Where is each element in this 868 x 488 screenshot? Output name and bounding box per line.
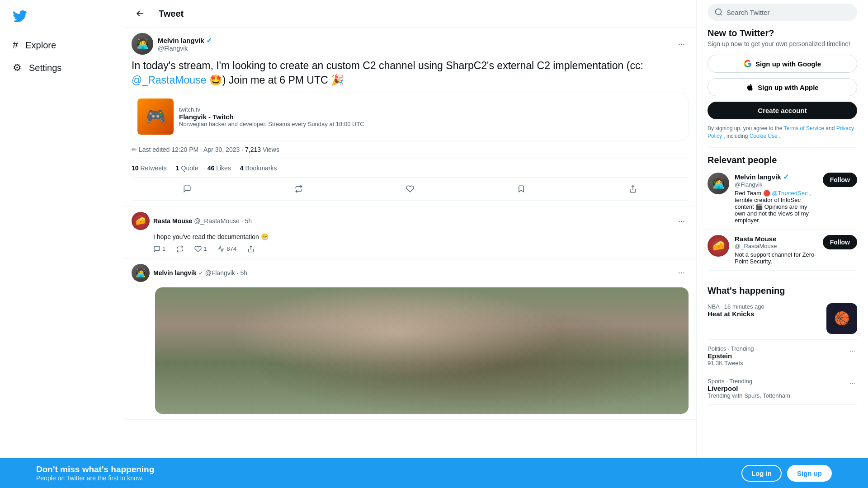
left-sidebar: # Explore ⚙ Settings (0, 0, 124, 488)
tweet-meta: ✏ Last edited 12:20 PM · Apr 30, 2023 · … (132, 146, 689, 153)
reply-more-1[interactable]: ··· (675, 215, 689, 228)
main-tweet: 🧑‍💻 Melvin langvik ✓ @Flangvik ··· In to… (124, 28, 696, 206)
person-avatar-melvin: 🧑‍💻 (708, 173, 729, 194)
right-sidebar: New to Twitter? Sign up now to get your … (696, 0, 868, 488)
banner-text: Don't miss what's happening People on Tw… (36, 465, 154, 482)
terms-text: By signing up, you agree to the Terms of… (708, 125, 857, 140)
follow-rasta-button[interactable]: Follow (823, 235, 857, 249)
person-bio-melvin: Red Team 🔴 @TrustedSec , terrible creato… (735, 190, 817, 224)
link-card-title: Flangvik - Twitch (179, 113, 683, 121)
trend-nba-image: 🏀 (826, 303, 857, 334)
comment-button[interactable] (179, 181, 195, 197)
bookmarks-stat: 4 Bookmarks (240, 164, 277, 172)
trend-liverpool-with: Trending with Spurs, Tottenham (708, 392, 790, 399)
signup-button[interactable]: Sign up (787, 465, 832, 482)
person-bio-rasta: Not a support channel for Zero-Point Sec… (735, 251, 817, 265)
settings-icon: ⚙ (13, 62, 22, 74)
reply-more-2[interactable]: ··· (675, 266, 689, 279)
link-card[interactable]: 🎮 twitch.tv Flangvik - Twitch Norwegian … (132, 93, 689, 141)
trend-liverpool-row: Sports · Trending Liverpool Trending wit… (708, 378, 857, 399)
reply-author-2: 🧑‍💻 Melvin langvik ✓ @Flangvik · 5h (132, 264, 247, 282)
login-button[interactable]: Log in (741, 465, 782, 482)
trend-liverpool-info: Sports · Trending Liverpool Trending wit… (708, 378, 790, 399)
retweets-stat: 10 Retweets (132, 164, 167, 172)
main-content: Tweet 🧑‍💻 Melvin langvik ✓ @Flangvik (124, 0, 696, 488)
search-bar[interactable] (708, 4, 857, 21)
banner-subtitle: People on Twitter are the first to know. (36, 474, 154, 482)
author-handle: @Flangvik (158, 45, 212, 52)
follow-melvin-button[interactable]: Follow (823, 173, 857, 187)
trend-spurs-link[interactable]: Spurs (744, 392, 760, 399)
reply-comment-1[interactable]: 1 (153, 245, 165, 253)
reply-like-1[interactable]: 1 (194, 245, 207, 253)
reply-author-1: 🧀 Rasta Mouse @_RastaMouse · 5h (132, 212, 252, 230)
likes-stat: 46 Likes (208, 164, 231, 172)
back-button[interactable] (132, 5, 148, 22)
link-card-image: 🎮 (137, 99, 174, 135)
sidebar-item-settings[interactable]: ⚙ Settings (5, 56, 69, 79)
trend-nba-name: Heat at Knicks (708, 310, 764, 318)
trend-epstein-count: 91.3K Tweets (708, 360, 754, 366)
link-card-site: twitch.tv (179, 106, 683, 113)
trend-liverpool-category: Sports · Trending (708, 378, 790, 385)
more-options-button[interactable]: ··· (675, 38, 689, 51)
search-input[interactable] (726, 9, 850, 16)
person-name-rasta: Rasta Mouse (735, 235, 817, 243)
new-to-twitter-title: New to Twitter? (708, 28, 857, 38)
tweet-stats: 10 Retweets 1 Quote 46 Likes 4 Bookmarks (132, 159, 689, 178)
cookie-link[interactable]: Cookie Use (750, 133, 778, 139)
reply-handle-2: @Flangvik (205, 269, 235, 277)
relevant-person-melvin: 🧑‍💻 Melvin langvik ✓ @Flangvik Red Team … (708, 167, 857, 230)
trend-liverpool: Sports · Trending Liverpool Trending wit… (708, 372, 857, 405)
author-name: Melvin langvik ✓ (158, 36, 212, 45)
reply-views-1[interactable]: 874 (217, 245, 236, 253)
whats-happening-section: What's happening NBA · 16 minutes ago He… (708, 286, 857, 405)
trusted-sec-link[interactable]: @TrustedSec (772, 190, 807, 197)
author-info: 🧑‍💻 Melvin langvik ✓ @Flangvik (132, 33, 212, 55)
trend-epstein-info: Politics · Trending Epstein 91.3K Tweets (708, 345, 754, 366)
create-account-button[interactable]: Create account (708, 102, 857, 119)
link-card-desc: Norwegian hacker and developer. Streams … (179, 121, 683, 127)
reply-avatar-1: 🧀 (132, 212, 150, 230)
trend-liverpool-name: Liverpool (708, 385, 790, 392)
like-button[interactable] (402, 181, 418, 197)
banner-actions: Log in Sign up (741, 465, 832, 482)
trend-epstein-category: Politics · Trending (708, 345, 754, 352)
trend-epstein: Politics · Trending Epstein 91.3K Tweets… (708, 340, 857, 372)
person-handle-rasta: @_RastaMouse (735, 243, 817, 249)
reply-item-1: 🧀 Rasta Mouse @_RastaMouse · 5h ··· I ho… (124, 206, 696, 258)
trend-epstein-more[interactable]: ··· (848, 345, 857, 357)
verified-icon: ✓ (206, 36, 212, 45)
trend-liverpool-more[interactable]: ··· (848, 378, 857, 389)
trend-nba-info: NBA · 16 minutes ago Heat at Knicks (708, 303, 764, 318)
trend-nba-category: NBA · 16 minutes ago (708, 303, 764, 310)
tweet-actions (132, 178, 689, 201)
tweet-page-header: Tweet (124, 0, 696, 28)
reply-share-1[interactable] (247, 245, 255, 253)
reply-item-2: 🧑‍💻 Melvin langvik ✓ @Flangvik · 5h ··· (124, 258, 696, 420)
person-info-melvin: Melvin langvik ✓ @Flangvik Red Team 🔴 @T… (735, 173, 817, 224)
divider-1 (708, 147, 857, 148)
terms-link[interactable]: Terms of Service (784, 125, 824, 131)
reply-handle-1: @_RastaMouse (194, 217, 240, 225)
relevant-people-section: Relevant people 🧑‍💻 Melvin langvik ✓ @Fl… (708, 155, 857, 271)
signup-apple-button[interactable]: Sign up with Apple (708, 78, 857, 96)
bookmark-button[interactable] (514, 181, 529, 197)
reply-name-1: Rasta Mouse (153, 217, 192, 225)
person-info-rasta: Rasta Mouse @_RastaMouse Not a support c… (735, 235, 817, 265)
trend-tottenham-link[interactable]: Tottenham (763, 392, 790, 399)
share-button[interactable] (625, 181, 641, 197)
tweet-page-title: Tweet (159, 9, 184, 19)
sidebar-item-explore[interactable]: # Explore (5, 34, 63, 56)
reply-author-info-2: Melvin langvik ✓ @Flangvik · 5h (153, 269, 247, 277)
author-name-block: Melvin langvik ✓ @Flangvik (158, 36, 212, 52)
person-name-melvin: Melvin langvik ✓ (735, 173, 817, 181)
divider-2 (708, 278, 857, 278)
relevant-people-title: Relevant people (708, 155, 857, 165)
reply-retweet-1[interactable] (176, 245, 184, 253)
retweet-button[interactable] (291, 181, 307, 197)
edit-icon: ✏ (132, 146, 137, 153)
tweet-author-row: 🧑‍💻 Melvin langvik ✓ @Flangvik ··· (132, 33, 689, 55)
reply-actions-1: 1 1 874 (153, 245, 689, 253)
signup-google-button[interactable]: Sign up with Google (708, 55, 857, 73)
